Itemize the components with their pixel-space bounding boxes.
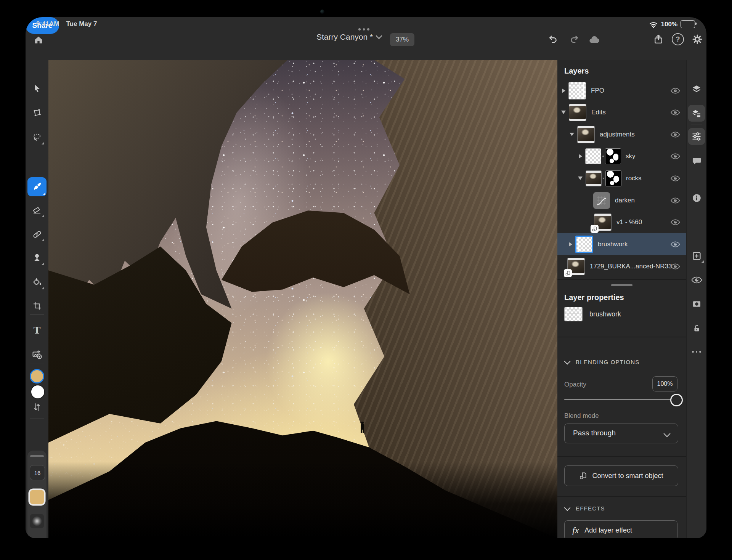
toolbar-divider xyxy=(30,364,44,364)
layer-row-rocks[interactable]: rocks xyxy=(557,167,686,189)
multitask-indicator[interactable] xyxy=(358,28,369,30)
layer-row-v1[interactable]: v1 - %60 xyxy=(557,211,686,233)
fill-bucket-tool[interactable] xyxy=(29,274,45,290)
layers-panel-icon[interactable] xyxy=(688,81,705,98)
disclosure-icon[interactable] xyxy=(561,111,566,114)
brush-options-dock: 16 xyxy=(27,451,47,538)
visibility-eye-icon[interactable] xyxy=(671,263,680,270)
more-options-button[interactable] xyxy=(688,343,705,360)
layer-row-brushwork-selected[interactable]: brushwork xyxy=(557,233,686,255)
foreground-color-well[interactable] xyxy=(30,369,44,383)
fx-icon: fx xyxy=(572,525,579,536)
convert-to-smart-object-button[interactable]: Convert to smart object xyxy=(564,465,678,486)
opacity-slider-knob[interactable] xyxy=(670,394,683,406)
brush-color-swatch[interactable] xyxy=(30,490,44,504)
adjustments-panel-icon[interactable] xyxy=(688,128,705,145)
type-tool[interactable]: T xyxy=(29,322,45,339)
help-button[interactable]: ? xyxy=(669,31,686,48)
layer-properties-panel-icon[interactable] xyxy=(688,105,705,122)
visibility-eye-icon[interactable] xyxy=(671,219,680,225)
undo-button[interactable] xyxy=(545,31,562,48)
layer-row-edits[interactable]: Edits xyxy=(557,101,686,123)
brush-tool-selected[interactable] xyxy=(27,177,47,196)
status-bar-right: 100% xyxy=(649,20,695,28)
lock-button[interactable] xyxy=(688,320,705,337)
layer-row-sky[interactable]: sky xyxy=(557,145,686,167)
subtool-indicator xyxy=(701,260,704,263)
visibility-eye-icon[interactable] xyxy=(671,153,680,159)
swap-colors-button[interactable] xyxy=(29,399,45,416)
brush-more-options[interactable] xyxy=(30,534,44,538)
chevron-down-icon xyxy=(564,358,571,364)
visibility-eye-icon[interactable] xyxy=(671,132,680,138)
layer-row-darken[interactable]: darken xyxy=(557,189,686,211)
transform-tool[interactable] xyxy=(29,104,45,121)
disclosure-icon[interactable] xyxy=(578,177,583,180)
layer-mask-button[interactable] xyxy=(688,295,705,312)
opacity-slider-track[interactable] xyxy=(564,399,676,400)
disclosure-icon[interactable] xyxy=(569,242,572,247)
mask-thumbnail[interactable] xyxy=(605,170,621,186)
eraser-tool[interactable] xyxy=(29,202,45,218)
layer-row-1729-burka[interactable]: 1729_BURKA...anced-NR33 xyxy=(557,255,686,277)
layer-row-fpo[interactable]: FPO xyxy=(557,80,686,101)
comments-panel-icon[interactable] xyxy=(688,152,705,169)
panel-divider xyxy=(557,496,686,497)
brush-tip-preview[interactable] xyxy=(30,514,44,528)
layer-row-adjustments[interactable]: adjustments xyxy=(557,124,686,145)
layer-thumbnail[interactable] xyxy=(586,170,602,186)
curves-adjustment-icon[interactable] xyxy=(593,192,610,209)
redo-button[interactable] xyxy=(566,31,583,48)
smart-object-thumbnail[interactable] xyxy=(567,258,585,275)
healing-tool[interactable] xyxy=(29,226,45,242)
person-silhouette xyxy=(360,422,364,433)
home-button[interactable] xyxy=(30,32,47,48)
group-thumbnail[interactable] xyxy=(577,126,595,143)
clone-stamp-tool[interactable] xyxy=(29,249,45,266)
lasso-select-tool[interactable] xyxy=(29,129,45,146)
smart-object-thumbnail[interactable] xyxy=(594,213,612,231)
panel-drag-handle[interactable] xyxy=(611,284,632,286)
visibility-eye-icon[interactable] xyxy=(671,109,680,116)
disclosure-icon[interactable] xyxy=(579,154,582,159)
blend-mode-dropdown[interactable]: Pass through xyxy=(564,424,678,443)
add-layer-effect-button[interactable]: fx Add layer effect xyxy=(564,520,677,538)
opacity-label: Opacity xyxy=(564,381,586,388)
settings-gear-icon[interactable] xyxy=(689,31,706,48)
subtool-indicator xyxy=(42,142,44,144)
move-tool[interactable] xyxy=(29,80,45,97)
mask-thumbnail[interactable] xyxy=(605,148,621,164)
visibility-eye-icon[interactable] xyxy=(671,241,680,247)
selected-layer-thumbnail xyxy=(564,307,583,321)
visibility-eye-button[interactable] xyxy=(688,271,705,288)
brush-size-button[interactable]: 16 xyxy=(30,465,45,480)
background-color-well[interactable] xyxy=(30,385,45,399)
disclosure-icon[interactable] xyxy=(570,133,574,136)
export-icon[interactable] xyxy=(650,31,667,48)
document-title-menu[interactable]: Starry Canyon * xyxy=(316,32,381,42)
chevron-down-icon xyxy=(663,430,670,437)
layer-thumbnail[interactable] xyxy=(585,148,601,164)
canvas[interactable] xyxy=(48,60,557,538)
right-panel-strip xyxy=(686,60,706,538)
visibility-eye-icon[interactable] xyxy=(671,88,680,94)
disclosure-icon[interactable] xyxy=(562,88,565,93)
add-layer-button[interactable] xyxy=(688,247,705,264)
zoom-level-badge[interactable]: 37% xyxy=(390,33,414,46)
blending-options-header[interactable]: BLENDING OPTIONS xyxy=(565,359,640,365)
info-icon[interactable] xyxy=(688,189,705,206)
layer-properties-title: Layer properties xyxy=(564,293,624,302)
visibility-eye-icon[interactable] xyxy=(671,197,680,204)
place-photo-tool[interactable] xyxy=(29,347,45,363)
front-camera xyxy=(320,10,324,14)
cloud-sync-icon[interactable] xyxy=(586,31,603,48)
opacity-value-box[interactable]: 100% xyxy=(652,376,677,392)
layer-thumbnail[interactable] xyxy=(575,236,593,253)
tool-bar: T 16 xyxy=(26,60,48,538)
effects-header[interactable]: EFFECTS xyxy=(565,505,605,512)
group-thumbnail[interactable] xyxy=(569,104,586,121)
dock-drag-handle[interactable] xyxy=(30,455,44,457)
crop-tool[interactable] xyxy=(29,297,45,314)
layer-thumbnail[interactable] xyxy=(568,82,586,99)
visibility-eye-icon[interactable] xyxy=(671,175,680,181)
